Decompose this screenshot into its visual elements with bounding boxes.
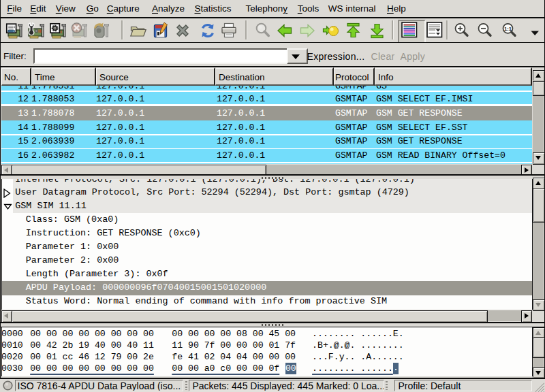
svg-text:1:1: 1:1 <box>504 26 512 32</box>
